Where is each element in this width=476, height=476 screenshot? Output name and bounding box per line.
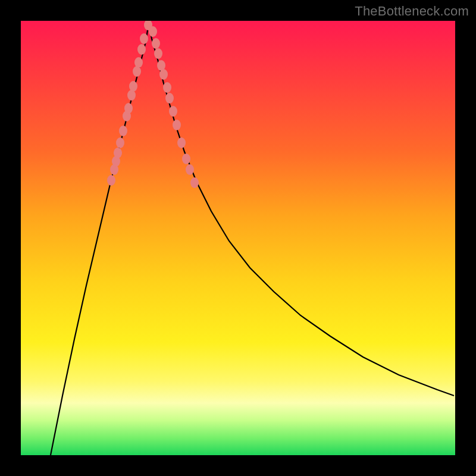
data-marker	[152, 38, 160, 49]
data-marker	[116, 137, 124, 148]
chart-plot-area	[21, 21, 455, 455]
data-marker	[169, 106, 177, 117]
data-marker	[163, 82, 171, 93]
data-marker	[186, 164, 194, 175]
data-marker	[177, 137, 186, 148]
data-marker	[114, 148, 122, 158]
data-marker	[165, 93, 174, 104]
data-marker	[182, 154, 190, 164]
data-marker	[190, 177, 199, 188]
data-marker	[149, 26, 157, 37]
data-marker	[154, 48, 162, 59]
data-marker	[159, 69, 168, 80]
watermark-text: TheBottleneck.com	[355, 4, 469, 19]
data-marker	[124, 103, 133, 114]
data-marker	[133, 66, 141, 77]
heatmap-background	[21, 21, 455, 455]
data-marker	[173, 120, 181, 130]
data-marker	[127, 90, 136, 101]
chart-frame: TheBottleneck.com	[0, 0, 476, 476]
data-marker	[107, 175, 115, 186]
data-marker	[134, 57, 143, 68]
data-marker	[119, 126, 127, 136]
data-marker	[137, 44, 146, 55]
data-marker	[129, 81, 137, 92]
data-marker	[140, 33, 148, 44]
bottleneck-chart	[21, 21, 455, 455]
